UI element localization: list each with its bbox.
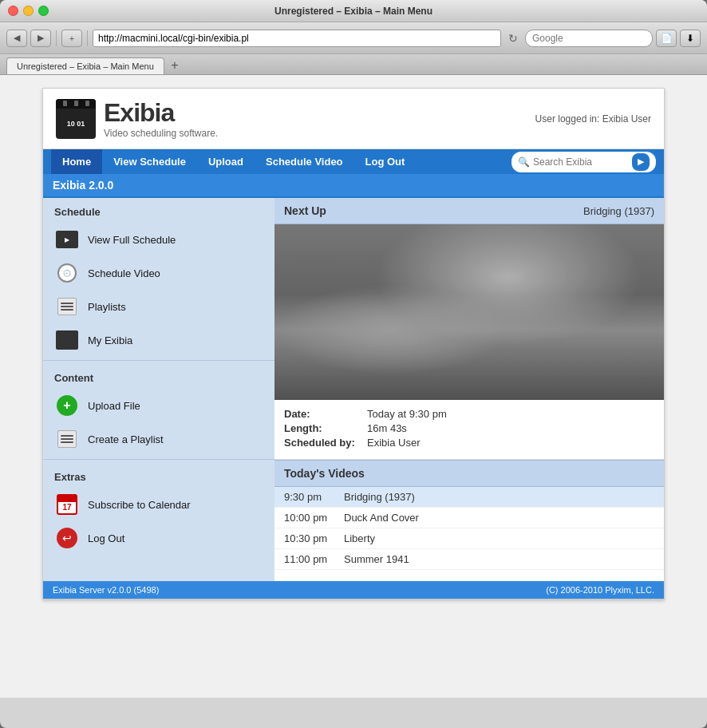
sidebar-item-upload-file[interactable]: + Upload File — [43, 389, 275, 422]
sidebar-item-view-full-schedule[interactable]: ▶ View Full Schedule — [43, 223, 275, 256]
next-up-header: Next Up Bridging (1937) — [275, 198, 664, 224]
forward-button[interactable]: ▶ — [30, 30, 51, 47]
app-subtitle: Video scheduling software. — [104, 128, 218, 139]
myexibia-icon — [54, 329, 80, 351]
add-tab-button[interactable]: + — [61, 30, 82, 47]
film-hole — [63, 101, 67, 106]
sidebar-divider-1 — [43, 360, 275, 361]
sidebar-label-my-exibia: My Exibia — [88, 334, 132, 346]
logout-icon: ↩ — [54, 527, 80, 549]
nav-home[interactable]: Home — [51, 149, 102, 174]
window-title: Unregistered – Exibia – Main Menu — [275, 6, 432, 17]
clock-graphic: 🕘 — [57, 263, 77, 283]
playlist-graphic — [57, 430, 77, 448]
list-graphic — [57, 298, 77, 315]
list-line — [61, 438, 73, 440]
schedule-row-1: 10:00 pm Duck And Cover — [275, 508, 664, 528]
footer-right: (C) 2006-2010 Plyxim, LLC. — [546, 585, 654, 595]
film-hole — [85, 101, 89, 106]
schedule-title-1: Duck And Cover — [344, 512, 419, 524]
list-line — [61, 441, 73, 443]
calendar-graphic: 17 — [57, 494, 77, 515]
next-up-video-title: Bridging (1937) — [583, 205, 654, 217]
nav-schedule-video[interactable]: Schedule Video — [255, 149, 354, 174]
list-line — [61, 303, 73, 304]
video-scheduled-by-row: Scheduled by: Exibia User — [284, 437, 654, 449]
scheduled-by-label: Scheduled by: — [284, 437, 364, 449]
new-tab-button[interactable]: + — [168, 58, 182, 73]
sidebar-item-schedule-video[interactable]: 🕘 Schedule Video — [43, 256, 275, 290]
video-schedule-list: 9:30 pm Bridging (1937) 10:00 pm Duck An… — [275, 487, 664, 570]
back-button[interactable]: ◀ — [6, 30, 27, 47]
close-button[interactable] — [8, 6, 18, 16]
app-header: 10 01 Exibia Video scheduling software. … — [43, 89, 664, 149]
tab-bar: Unregistered – Exibia – Main Menu + — [0, 54, 707, 75]
toolbar-separator — [56, 30, 57, 46]
page-content: 10 01 Exibia Video scheduling software. … — [0, 75, 707, 698]
footer-left: Exibia Server v2.0.0 (5498) — [53, 585, 159, 595]
minimize-button[interactable] — [23, 6, 34, 16]
app-container: 10 01 Exibia Video scheduling software. … — [42, 88, 665, 599]
date-label: Date: — [284, 408, 364, 420]
schedule-row-3: 11:00 pm Summer 1941 — [275, 549, 664, 570]
sidebar-label-subscribe-calendar: Subscribe to Calendar — [88, 499, 191, 511]
app-title-block: Exibia Video scheduling software. — [104, 98, 218, 139]
app-logo: 10 01 Exibia Video scheduling software. — [56, 98, 218, 139]
main-content: Schedule ▶ View Full Schedule 🕘 — [43, 196, 664, 581]
next-up-title: Next Up — [284, 204, 326, 217]
sidebar-label-schedule-video: Schedule Video — [88, 267, 160, 279]
schedule-section-title: Schedule — [43, 198, 275, 223]
sidebar-item-subscribe-calendar[interactable]: 17 Subscribe to Calendar — [43, 488, 275, 521]
sidebar-label-create-playlist: Create a Playlist — [88, 433, 164, 445]
sidebar-label-logout: Log Out — [88, 532, 124, 544]
video-date-row: Date: Today at 9:30 pm — [284, 408, 654, 420]
url-bar[interactable] — [93, 30, 501, 47]
upload-icon: + — [54, 394, 80, 417]
video-thumbnail — [275, 224, 664, 400]
schedule-time-0: 9:30 pm — [284, 491, 336, 503]
sidebar-label-view-full-schedule: View Full Schedule — [88, 234, 176, 246]
logo-number: 10 01 — [67, 120, 85, 128]
nav-search-input[interactable] — [533, 156, 629, 168]
schedule-title-3: Summer 1941 — [344, 553, 409, 565]
film-strip-top — [56, 99, 96, 109]
video-length-row: Length: 16m 43s — [284, 422, 654, 434]
active-tab[interactable]: Unregistered – Exibia – Main Menu — [6, 57, 164, 74]
video-info: Date: Today at 9:30 pm Length: 16m 43s S… — [275, 400, 664, 460]
length-label: Length: — [284, 422, 364, 434]
nav-logout[interactable]: Log Out — [354, 149, 417, 174]
sidebar-item-playlists[interactable]: Playlists — [43, 290, 275, 323]
nav-bar: Home View Schedule Upload Schedule Video… — [43, 149, 664, 174]
list-line — [61, 435, 73, 437]
scheduled-by-value: Exibia User — [367, 437, 420, 449]
sidebar-item-my-exibia[interactable]: My Exibia — [43, 323, 275, 357]
schedule-time-2: 10:30 pm — [284, 532, 336, 544]
list-line — [61, 309, 73, 311]
browser-toolbar: ◀ ▶ + ↻ 📄 ⬇ — [0, 22, 707, 54]
film-icon: ▶ — [54, 228, 80, 251]
sidebar-item-logout[interactable]: ↩ Log Out — [43, 521, 275, 555]
sidebar-item-create-playlist[interactable]: Create a Playlist — [43, 422, 275, 456]
refresh-button[interactable]: ↻ — [504, 30, 522, 47]
length-value: 16m 43s — [367, 422, 407, 434]
app-title: Exibia — [104, 98, 218, 128]
list-icon — [54, 295, 80, 318]
todays-videos-header: Today's Videos — [275, 460, 664, 487]
title-bar: Unregistered – Exibia – Main Menu — [0, 0, 707, 22]
nav-search-box: 🔍 ▶ — [511, 152, 656, 172]
schedule-time-1: 10:00 pm — [284, 512, 336, 524]
maximize-button[interactable] — [38, 6, 49, 16]
browser-search-input[interactable] — [525, 30, 653, 47]
sidebar: Schedule ▶ View Full Schedule 🕘 — [43, 198, 275, 581]
film-icon-graphic: ▶ — [56, 231, 78, 248]
nav-view-schedule[interactable]: View Schedule — [102, 149, 197, 174]
sidebar-divider-2 — [43, 459, 275, 460]
bookmark-button[interactable]: 📄 — [656, 30, 677, 47]
download-button[interactable]: ⬇ — [680, 30, 701, 47]
nav-search-button[interactable]: ▶ — [632, 153, 650, 171]
film-hole — [74, 101, 78, 106]
schedule-title-2: Liberty — [344, 532, 375, 544]
myexibia-graphic — [56, 330, 78, 350]
extras-section-title: Extras — [43, 463, 275, 488]
nav-upload[interactable]: Upload — [197, 149, 255, 174]
